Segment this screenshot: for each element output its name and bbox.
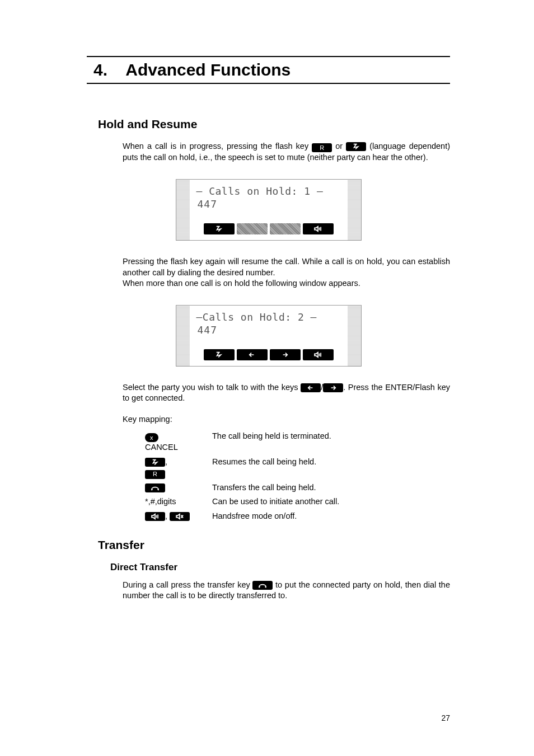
phone-screen-hold-2: —Calls on Hold: 2 — 447 xyxy=(176,305,362,367)
transfer-key-icon xyxy=(145,483,165,492)
cancel-key-desc: The call being held is terminated. xyxy=(212,429,345,455)
screen1-number: 447 xyxy=(198,198,343,210)
transfer-key-icon xyxy=(252,581,273,590)
hold-resume-paragraph-1: When a call is in progress, pressing the… xyxy=(123,141,450,163)
cancel-key-icon: x xyxy=(145,433,158,442)
phone-screen-hold-1: — Calls on Hold: 1 — 447 xyxy=(176,179,362,241)
page-number: 27 xyxy=(441,713,450,722)
arrow-right-key-icon xyxy=(323,383,343,392)
softkey-flash-icon xyxy=(204,349,235,360)
key-mapping-label: Key mapping: xyxy=(123,414,450,425)
screen-hatching-left xyxy=(176,180,190,240)
cancel-key-label: CANCEL xyxy=(145,443,178,452)
screen-hatching-left xyxy=(176,306,190,366)
softkey-arrow-right-icon xyxy=(270,349,301,360)
softkey-flash-icon xyxy=(204,223,235,234)
handsfree-key-desc: Handsfree mode on/off. xyxy=(212,509,345,524)
chapter-header: 4. Advanced Functions xyxy=(87,56,450,84)
softkey-arrow-left-icon xyxy=(237,349,268,360)
softkey-speaker-icon xyxy=(303,349,334,360)
section-transfer-heading: Transfer xyxy=(98,538,450,552)
text-fragment: During a call press the transfer key xyxy=(123,580,252,589)
text-fragment: When a call is in progress, pressing the… xyxy=(123,142,312,151)
screen-hatching-right xyxy=(348,306,361,366)
speaker-off-key-icon xyxy=(170,512,190,521)
direct-transfer-paragraph: During a call press the transfer key to … xyxy=(123,580,450,602)
arrow-left-key-icon xyxy=(301,383,321,392)
digits-key-label: *,#,digits xyxy=(145,495,212,509)
hold-resume-paragraph-2: Pressing the flash key again will resume… xyxy=(123,256,450,289)
softkey-empty xyxy=(270,223,301,234)
text-fragment: Select the party you wish to talk to wit… xyxy=(123,383,301,392)
subsection-direct-transfer-heading: Direct Transfer xyxy=(110,562,450,573)
softkey-speaker-icon xyxy=(303,223,334,234)
flash-key-r-icon: R xyxy=(312,143,332,152)
softkey-empty xyxy=(237,223,268,234)
screen-hatching-right xyxy=(348,180,361,240)
text-fragment: or xyxy=(335,142,346,151)
flash-key-r-icon: R xyxy=(145,470,165,479)
chapter-title-text: Advanced Functions xyxy=(125,60,291,79)
screen2-number: 447 xyxy=(198,324,343,336)
hold-resume-paragraph-4: Select the party you wish to talk to wit… xyxy=(123,382,450,404)
text-fragment: When more than one call is on hold the f… xyxy=(123,278,450,289)
resume-key-desc: Resumes the call being held. xyxy=(212,455,345,481)
flash-key-hook-icon xyxy=(346,142,366,151)
speaker-on-key-icon xyxy=(145,512,165,521)
digits-key-desc: Can be used to initiate another call. xyxy=(212,495,345,509)
key-mapping-table: x CANCEL The call being held is terminat… xyxy=(145,429,345,523)
flash-key-hook-icon xyxy=(145,458,165,467)
key-comma: , xyxy=(165,511,170,520)
key-comma: , xyxy=(165,457,167,466)
transfer-key-desc: Transfers the call being held. xyxy=(212,481,345,495)
screen2-title: —Calls on Hold: 2 — xyxy=(196,311,343,323)
text-fragment: Pressing the flash key again will resume… xyxy=(123,256,450,278)
screen1-title: — Calls on Hold: 1 — xyxy=(196,185,343,197)
chapter-number: 4. xyxy=(93,60,107,79)
section-hold-resume-heading: Hold and Resume xyxy=(98,118,450,131)
